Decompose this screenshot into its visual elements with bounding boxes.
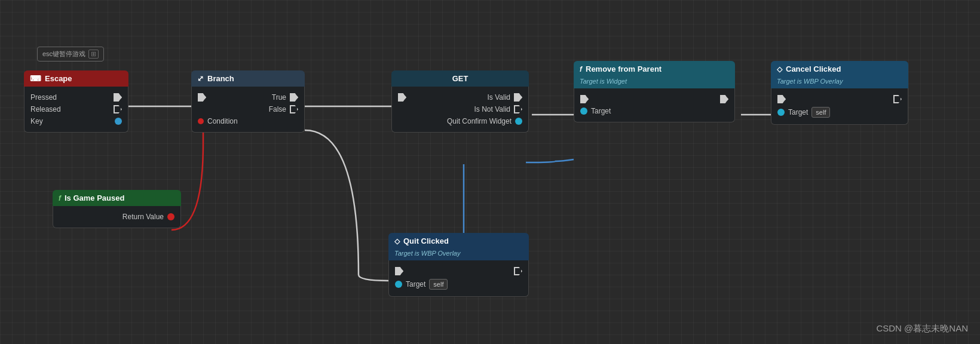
quit-confirm-label: Quit Confirm Widget [447,117,512,125]
key-row: Key [30,115,122,127]
paused-header: f Is Game Paused [53,190,181,206]
label-node: esc键暂停游戏 ⊞ [37,47,104,62]
quit-header: ◇ Quit Clicked Target is WBP Overlay [388,233,529,260]
return-label: Return Value [122,213,164,221]
quit-subtitle: Target is WBP Overlay [394,250,460,257]
false-label: False [269,105,286,113]
remove-icon: f [580,65,582,73]
watermark-text: CSDN @暮志未晚NAN [876,323,968,333]
get-title: GET [452,74,468,83]
remove-from-parent-node: f Remove from Parent Target is Widget Ta… [574,61,735,122]
cancel-target-label: Target [788,108,808,116]
is-valid-pin[interactable] [514,93,522,102]
get-exec-row: Is Valid [398,91,522,103]
cancel-header: ◇ Cancel Clicked Target is WBP Overlay [771,61,908,88]
quit-body: Target self [388,260,529,297]
remove-target-label: Target [591,107,611,115]
cancel-icon: ◇ [777,65,782,73]
released-label: Released [30,105,61,113]
get-header: GET [391,70,529,87]
branch-exec-row: True [198,91,298,103]
remove-body: Target [574,88,735,122]
branch-exec-in[interactable] [198,93,206,102]
branch-icon: ⤢ [197,74,204,83]
true-pin[interactable] [290,93,298,102]
cancel-clicked-node: ◇ Cancel Clicked Target is WBP Overlay T… [771,61,908,125]
branch-node: ⤢ Branch True False Condition [191,70,305,133]
cancel-exec-row [777,93,902,105]
remove-header: f Remove from Parent Target is Widget [574,61,735,88]
cancel-self-value: self [811,107,830,118]
cancel-title: Cancel Clicked [786,64,841,73]
paused-body: Return Value [53,206,181,228]
released-row: Released [30,103,122,115]
quit-exec-out[interactable] [514,267,522,275]
key-label: Key [30,117,43,125]
get-node: GET Is Valid Is Not Valid Quit Confirm W… [391,70,529,133]
condition-label: Condition [207,117,238,125]
cancel-body: Target self [771,88,908,125]
pressed-label: Pressed [30,93,57,102]
condition-dot [198,118,204,124]
quit-target-row: Target self [395,277,522,291]
quit-icon: ◇ [394,237,400,245]
cancel-subtitle: Target is WBP Overlay [777,78,843,85]
remove-exec-out[interactable] [720,95,728,103]
label-text: esc键暂停游戏 [42,50,85,59]
quit-confirm-pin[interactable] [515,118,522,125]
branch-header: ⤢ Branch [191,70,305,87]
branch-body: True False Condition [191,87,305,133]
get-exec-in[interactable] [398,93,406,102]
branch-title: Branch [207,74,234,83]
return-pin[interactable] [167,213,174,220]
escape-title: Escape [45,74,72,83]
return-value-row: Return Value [59,211,174,223]
is-not-valid-pin[interactable] [514,105,522,113]
pressed-pin[interactable] [114,93,122,102]
watermark: CSDN @暮志未晚NAN [876,323,968,334]
condition-row: Condition [198,115,298,127]
paused-title: Is Game Paused [65,194,124,202]
quit-clicked-node: ◇ Quit Clicked Target is WBP Overlay Tar… [388,233,529,297]
escape-header: ⌨ Escape [24,70,128,87]
remove-target-row: Target [580,105,728,117]
is-not-valid-row: Is Not Valid [398,103,522,115]
key-pin[interactable] [115,118,122,125]
quit-target-label: Target [406,280,425,288]
cancel-target-row: Target self [777,105,902,119]
remove-subtitle: Target is Widget [580,78,627,85]
remove-exec-row [580,93,728,105]
cancel-exec-out[interactable] [893,95,902,103]
get-body: Is Valid Is Not Valid Quit Confirm Widge… [391,87,529,133]
false-row: False [198,103,298,115]
escape-icon: ⌨ [30,74,41,83]
false-pin[interactable] [290,105,298,113]
quit-target-pin[interactable] [395,281,402,288]
pressed-row: Pressed [30,91,122,103]
remove-target-pin[interactable] [580,108,587,115]
escape-node: ⌨ Escape Pressed Released Key [24,70,128,133]
remove-exec-in[interactable] [580,95,589,103]
true-label: True [272,93,286,102]
label-icon: ⊞ [88,50,99,59]
quit-exec-in[interactable] [395,267,403,275]
remove-title: Remove from Parent [586,64,662,73]
is-valid-label: Is Valid [488,93,510,102]
cancel-target-pin[interactable] [777,109,785,116]
quit-exec-row [395,265,522,277]
quit-self-value: self [429,279,448,290]
cancel-exec-in[interactable] [777,95,786,103]
released-pin[interactable] [114,105,122,113]
is-not-valid-label: Is Not Valid [474,105,510,113]
quit-confirm-row: Quit Confirm Widget [398,115,522,127]
is-game-paused-node: f Is Game Paused Return Value [53,190,181,228]
escape-body: Pressed Released Key [24,87,128,133]
paused-icon: f [59,194,61,202]
quit-title: Quit Clicked [403,236,449,245]
